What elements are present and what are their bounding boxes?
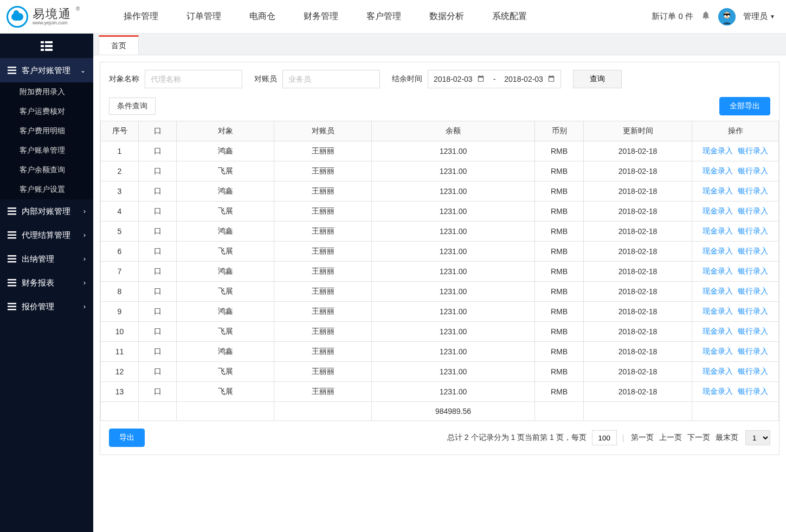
condition-query-button[interactable]: 条件查询	[109, 98, 156, 115]
page-select[interactable]: 1	[745, 430, 770, 445]
menu-icon	[8, 255, 16, 263]
bank-entry-link[interactable]: 银行录入	[738, 367, 768, 375]
bank-entry-link[interactable]: 银行录入	[738, 387, 768, 395]
bank-entry-link[interactable]: 银行录入	[738, 287, 768, 295]
row-checkbox[interactable]: 口	[139, 342, 177, 362]
th-5: 币别	[535, 121, 584, 141]
menu-group-0[interactable]: 客户对账管理⌄	[0, 59, 93, 82]
obj-name-input[interactable]	[145, 70, 242, 88]
topnav-item-0[interactable]: 操作管理	[109, 0, 172, 34]
cash-entry-link[interactable]: 现金录入	[703, 226, 733, 235]
cash-entry-link[interactable]: 现金录入	[703, 367, 733, 375]
tab-home[interactable]: 首页	[99, 35, 139, 55]
page-prev[interactable]: 上一页	[659, 433, 682, 442]
topnav-item-1[interactable]: 订单管理	[172, 0, 235, 34]
submenu-item-0-1[interactable]: 客户运费核对	[0, 102, 93, 121]
cash-entry-link[interactable]: 现金录入	[703, 387, 733, 395]
page-first[interactable]: 第一页	[631, 433, 654, 442]
submenu-item-0-3[interactable]: 客户账单管理	[0, 141, 93, 160]
menu-group-1[interactable]: 内部对账管理›	[0, 199, 93, 223]
bell-icon[interactable]	[701, 10, 711, 23]
data-table: 序号口对象对账员余额币别更新时间操作 1口鸿鑫王丽丽1231.00RMB2018…	[100, 121, 779, 421]
table-row: 11口鸿鑫王丽丽1231.00RMB2018-02-18现金录入 银行录入	[101, 342, 779, 362]
row-checkbox[interactable]: 口	[139, 181, 177, 202]
sidebar-toggle[interactable]	[0, 34, 93, 59]
submenu-item-0-0[interactable]: 附加费用录入	[0, 82, 93, 102]
cash-entry-link[interactable]: 现金录入	[703, 287, 733, 295]
row-checkbox[interactable]: 口	[139, 262, 177, 282]
main-panel: 对象名称 对账员 结余时间 2018-02-03	[100, 62, 779, 455]
calendar-icon	[477, 75, 485, 84]
per-page-input[interactable]	[592, 430, 617, 445]
row-checkbox[interactable]: 口	[139, 322, 177, 342]
th-3: 对账员	[274, 121, 372, 141]
bank-entry-link[interactable]: 银行录入	[738, 166, 768, 175]
th-2: 对象	[177, 121, 274, 141]
bank-entry-link[interactable]: 银行录入	[738, 186, 768, 195]
cash-entry-link[interactable]: 现金录入	[703, 267, 733, 275]
bank-entry-link[interactable]: 银行录入	[738, 206, 768, 215]
row-checkbox[interactable]: 口	[139, 141, 177, 161]
logo-icon	[7, 6, 28, 28]
submenu-item-0-4[interactable]: 客户余额查询	[0, 160, 93, 180]
submenu-item-0-5[interactable]: 客户账户设置	[0, 180, 93, 199]
new-orders-text[interactable]: 新订单 0 件	[652, 11, 693, 22]
submenu-item-0-2[interactable]: 客户费用明细	[0, 121, 93, 141]
topnav-item-4[interactable]: 客户管理	[352, 0, 415, 34]
page-next[interactable]: 下一页	[687, 433, 710, 442]
bank-entry-link[interactable]: 银行录入	[738, 146, 768, 155]
caret-down-icon: ▼	[770, 14, 775, 20]
table-row: 6口飞展王丽丽1231.00RMB2018-02-18现金录入 银行录入	[101, 242, 779, 262]
cash-entry-link[interactable]: 现金录入	[703, 186, 733, 195]
cash-entry-link[interactable]: 现金录入	[703, 307, 733, 315]
row-checkbox[interactable]: 口	[139, 161, 177, 181]
svg-rect-22	[8, 261, 16, 263]
content: 首页 对象名称 对账员 结余时间 2018-02-03	[93, 34, 786, 532]
user-role-dropdown[interactable]: 管理员 ▼	[743, 11, 775, 22]
balance-time-label: 结余时间	[392, 74, 422, 84]
menu-group-2[interactable]: 代理结算管理›	[0, 223, 93, 247]
topnav-item-5[interactable]: 数据分析	[415, 0, 478, 34]
query-button[interactable]: 查询	[573, 70, 622, 88]
svg-rect-6	[45, 41, 53, 43]
row-checkbox[interactable]: 口	[139, 282, 177, 302]
export-all-button[interactable]: 全部导出	[719, 97, 770, 115]
cash-entry-link[interactable]: 现金录入	[703, 246, 733, 255]
bank-entry-link[interactable]: 银行录入	[738, 327, 768, 335]
th-7: 操作	[692, 121, 779, 141]
cash-entry-link[interactable]: 现金录入	[703, 166, 733, 175]
row-checkbox[interactable]: 口	[139, 222, 177, 242]
menu-group-4[interactable]: 财务报表›	[0, 271, 93, 295]
bank-entry-link[interactable]: 银行录入	[738, 307, 768, 315]
table-row: 10口飞展王丽丽1231.00RMB2018-02-18现金录入 银行录入	[101, 322, 779, 342]
svg-rect-14	[8, 207, 16, 209]
date-range-picker[interactable]: 2018-02-03 - 2018-02-03	[428, 70, 561, 88]
bank-entry-link[interactable]: 银行录入	[738, 226, 768, 235]
page-last[interactable]: 最末页	[716, 433, 738, 442]
row-checkbox[interactable]: 口	[139, 362, 177, 382]
bank-entry-link[interactable]: 银行录入	[738, 246, 768, 255]
svg-rect-15	[8, 211, 16, 212]
row-checkbox[interactable]: 口	[139, 242, 177, 262]
export-button[interactable]: 导出	[109, 429, 145, 447]
row-checkbox[interactable]: 口	[139, 382, 177, 402]
cash-entry-link[interactable]: 现金录入	[703, 347, 733, 355]
logo[interactable]: 易境通 www.yejoin.com ®	[7, 6, 93, 28]
cash-entry-link[interactable]: 现金录入	[703, 146, 733, 155]
cash-entry-link[interactable]: 现金录入	[703, 206, 733, 215]
row-checkbox[interactable]: 口	[139, 302, 177, 322]
table-row: 1口鸿鑫王丽丽1231.00RMB2018-02-18现金录入 银行录入	[101, 141, 779, 161]
menu-group-3[interactable]: 出纳管理›	[0, 247, 93, 271]
reconciler-input[interactable]	[282, 70, 380, 88]
topnav-item-2[interactable]: 电商仓	[235, 0, 289, 34]
row-checkbox[interactable]: 口	[139, 202, 177, 222]
topnav-item-3[interactable]: 财务管理	[289, 0, 352, 34]
bank-entry-link[interactable]: 银行录入	[738, 347, 768, 355]
topnav-item-6[interactable]: 系统配置	[478, 0, 541, 34]
chevron-right-icon: ›	[83, 255, 86, 263]
sidebar: 客户对账管理⌄附加费用录入客户运费核对客户费用明细客户账单管理客户余额查询客户账…	[0, 34, 93, 532]
avatar[interactable]	[718, 8, 736, 25]
menu-group-5[interactable]: 报价管理›	[0, 295, 93, 319]
cash-entry-link[interactable]: 现金录入	[703, 327, 733, 335]
bank-entry-link[interactable]: 银行录入	[738, 267, 768, 275]
